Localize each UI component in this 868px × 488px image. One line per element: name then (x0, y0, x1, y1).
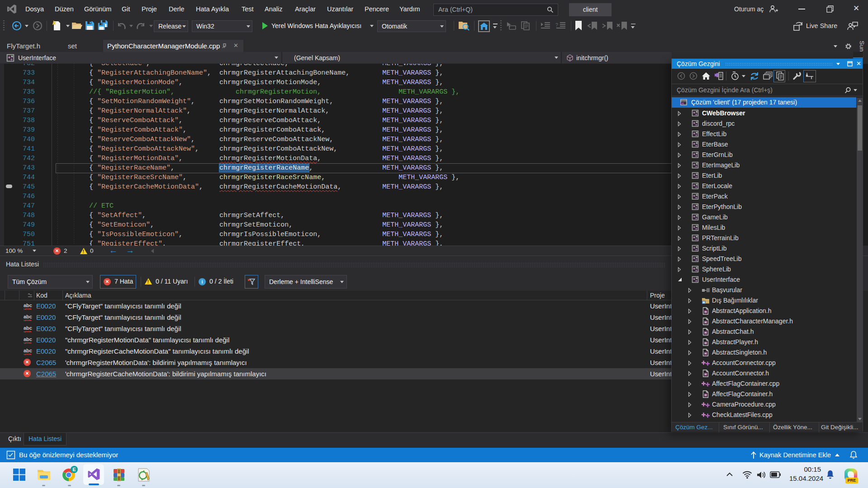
svg-text:?: ? (555, 23, 558, 28)
